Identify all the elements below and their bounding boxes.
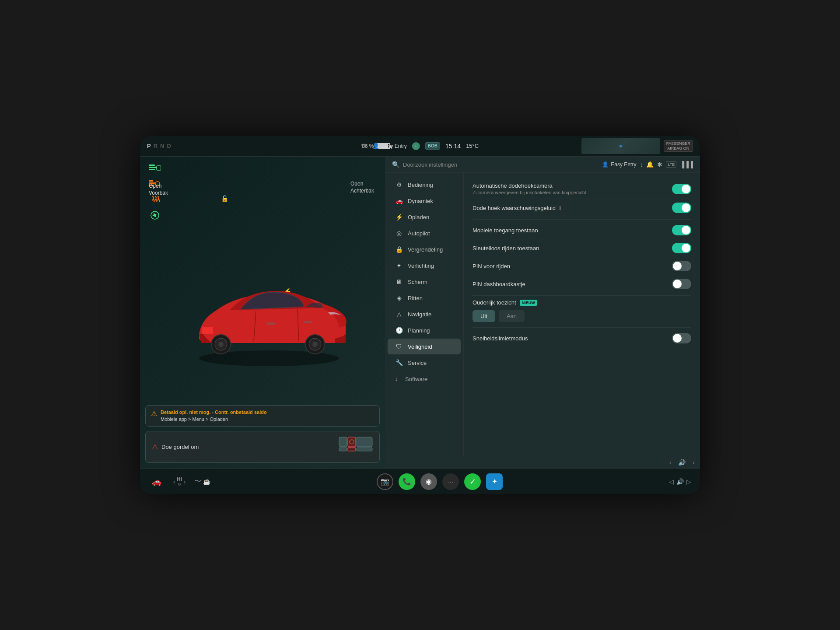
nav-bediening[interactable]: ⚙ Bediening	[388, 177, 461, 192]
download-button[interactable]: ↓	[412, 142, 420, 150]
profile-badge: 👤 Easy Entry	[372, 143, 407, 149]
svg-rect-25	[348, 448, 356, 451]
time-display: 15:14	[445, 143, 461, 150]
nav-navigatie-label: Navigatie	[408, 311, 431, 318]
download-icon[interactable]: ↓	[640, 161, 643, 168]
more-apps-button[interactable]: ···	[442, 473, 459, 490]
nav-scherm-label: Scherm	[408, 279, 427, 285]
svg-rect-2	[149, 169, 155, 170]
volume-icon-right[interactable]: 🔊	[678, 459, 686, 466]
ouderlijk-uit-button[interactable]: Uit	[472, 310, 495, 322]
svg-rect-19	[304, 321, 312, 323]
gear-n: N	[160, 143, 164, 149]
dodehoekcamera-info: Automatische dodehoekcamera Zijcamera we…	[472, 182, 672, 195]
camera-app-button[interactable]: 📷	[377, 473, 393, 490]
seat-diagram	[338, 435, 373, 459]
search-bar: 🔍 Doorzoek instellingen 👤 Easy Entry ↓ 🔔…	[385, 157, 700, 173]
nav-verlichting[interactable]: ✦ Verlichting	[388, 258, 461, 273]
access-settings-group: Mobiele toegang toestaan Sleutelloos rij…	[472, 221, 691, 293]
volume-down-button[interactable]: ◁	[669, 478, 674, 485]
nav-ritten[interactable]: ◈ Ritten	[388, 290, 461, 306]
profile-name-search: Easy Entry	[611, 161, 636, 168]
bell-icon[interactable]: 🔔	[646, 161, 654, 168]
nav-dynamiek[interactable]: 🚗 Dynamiek	[388, 193, 461, 209]
phone-app-button[interactable]: 📞	[399, 473, 415, 490]
pin-dashboard-toggle[interactable]	[672, 279, 691, 289]
svg-rect-5	[149, 180, 153, 182]
navigatie-icon: △	[395, 311, 403, 318]
svg-rect-23	[348, 437, 356, 447]
sleutelloos-row: Sleutelloos rijden toestaan	[472, 239, 691, 257]
vergrendeling-icon: 🔒	[395, 246, 403, 253]
dodehoekcamera-title: Automatische dodehoekcamera	[472, 182, 672, 189]
veiligheid-icon: 🛡	[395, 343, 403, 350]
bluetooth-icon[interactable]: ✱	[657, 161, 662, 168]
prev-arrow[interactable]: ‹	[173, 478, 175, 485]
nav-service-label: Service	[408, 360, 427, 366]
pin-rijden-row: PIN voor rijden	[472, 257, 691, 275]
svg-rect-0	[149, 167, 157, 168]
bob-badge: BOB	[425, 142, 440, 150]
sleutelloos-toggle[interactable]	[672, 243, 691, 253]
dodehoekcamera-toggle[interactable]	[672, 184, 691, 194]
nav-veiligheid-label: Veiligheid	[408, 343, 432, 350]
ouderlijk-aan-button[interactable]: Aan	[499, 310, 525, 322]
svg-rect-22	[339, 448, 347, 451]
map-thumbnail	[581, 138, 660, 154]
search-area[interactable]: 🔍 Doorzoek instellingen	[392, 161, 602, 168]
svg-rect-26	[357, 437, 372, 447]
warning-triangle-icon: ⚠	[151, 410, 157, 418]
volume-up-button[interactable]: ▷	[686, 478, 691, 485]
headlight-icon	[147, 162, 163, 174]
next-arrow[interactable]: ›	[184, 478, 186, 485]
search-placeholder: Doorzoek instellingen	[403, 161, 457, 168]
nav-software[interactable]: ↓ Software	[385, 371, 463, 387]
nav-navigatie[interactable]: △ Navigatie	[388, 306, 461, 322]
nav-opladen[interactable]: ⚡ Opladen	[388, 209, 461, 225]
toolbar-center: 📷 📞 ◉ ··· ✓ ✦	[377, 473, 503, 490]
car-button[interactable]: 🚗	[149, 474, 164, 490]
mobiele-toegang-info: Mobiele toegang toestaan	[472, 227, 672, 234]
nav-veiligheid[interactable]: 🛡 Veiligheid	[388, 339, 461, 354]
nav-autopilot[interactable]: ◎ Autopilot	[388, 225, 461, 241]
toggle-knob-6	[673, 280, 682, 288]
nav-vergrendeling[interactable]: 🔒 Vergrendeling	[388, 242, 461, 257]
person-icon: 👤	[372, 143, 379, 149]
pin-dashboard-row: PIN dashboardkastje	[472, 275, 691, 293]
seatbelt-text: Doe gordel om	[161, 444, 199, 450]
nav-scherm[interactable]: 🖥 Scherm	[388, 274, 461, 290]
autopilot-icon: ◎	[395, 230, 403, 237]
nav-software-label: Software	[405, 376, 427, 382]
seatbelt-warning: ⚠ Doe gordel om	[145, 431, 380, 463]
planning-icon: 🕐	[395, 327, 403, 334]
profile-info: 👤 Easy Entry	[602, 161, 636, 168]
app1-button[interactable]: ✓	[464, 473, 481, 490]
nav-next-button[interactable]: ›	[693, 459, 695, 466]
nav-planning[interactable]: 🕐 Planning	[388, 322, 461, 338]
svg-point-12	[218, 342, 224, 347]
pin-rijden-toggle[interactable]	[672, 261, 691, 271]
search-icon: 🔍	[392, 161, 399, 168]
nav-service[interactable]: 🔧 Service	[388, 355, 461, 371]
sleutelloos-title: Sleutelloos rijden toestaan	[472, 245, 672, 252]
snelheid-toggle[interactable]	[672, 333, 691, 343]
nav-prev-button[interactable]: ‹	[669, 459, 672, 466]
bluetooth-app-button[interactable]: ✦	[486, 473, 503, 490]
payment-warning: ⚠ Betaald opl. niet mog. - Contr. onbeta…	[145, 405, 380, 427]
bottom-toolbar: 🚗 ‹ HI ⚙ › 〜 ☕ 📷 📞 ◉ ··· ✓ ✦	[140, 468, 700, 494]
sleutelloos-info: Sleutelloos rijden toestaan	[472, 245, 672, 252]
dodehoek-geluid-toggle[interactable]	[672, 203, 691, 213]
profile-name-status: Easy Entry	[382, 143, 407, 149]
siri-app-button[interactable]: ◉	[420, 473, 437, 490]
svg-rect-21	[339, 437, 347, 447]
pin-rijden-info: PIN voor rijden	[472, 263, 672, 270]
opladen-icon: ⚡	[395, 214, 403, 220]
mobiele-toegang-toggle[interactable]	[672, 225, 691, 235]
info-icon[interactable]: ℹ	[559, 205, 561, 211]
gear-r: R	[154, 143, 158, 149]
mobiele-toegang-row: Mobiele toegang toestaan	[472, 221, 691, 239]
nav-vergrendeling-label: Vergrendeling	[408, 246, 443, 253]
gear-selector: P R N D	[147, 143, 171, 149]
software-icon: ↓	[392, 375, 401, 382]
dodehoekcamera-subtitle: Zijcamera weergeven bij inschakelen van …	[472, 190, 672, 195]
